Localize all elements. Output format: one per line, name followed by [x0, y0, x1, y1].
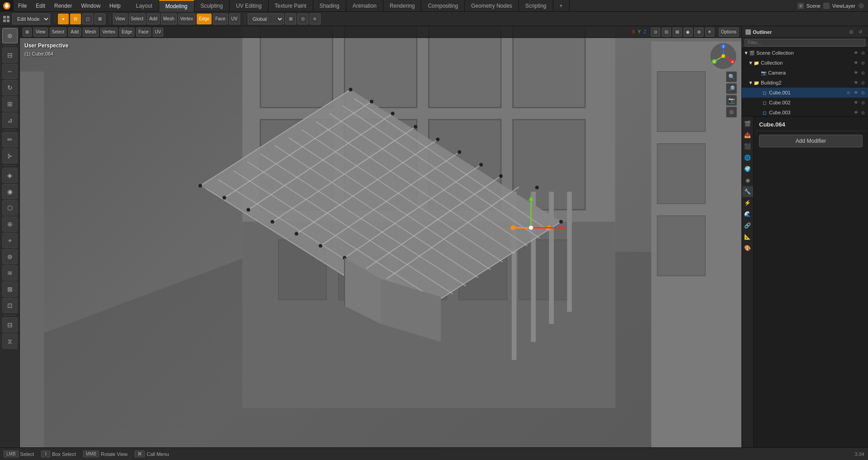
toggle-camera-btn[interactable]: 📷: [726, 95, 737, 106]
bevel-icon[interactable]: ⬡: [2, 200, 18, 216]
select-icon-5[interactable]: ◎: [860, 99, 866, 106]
viewport-add-btn[interactable]: Add: [68, 28, 81, 37]
toggle-local-btn[interactable]: ⊙: [726, 107, 737, 117]
status-call-menu[interactable]: ⌘ Call Menu: [135, 451, 169, 457]
view-menu-btn[interactable]: View: [113, 14, 127, 24]
edge-menu-btn[interactable]: Edge: [197, 14, 212, 24]
scene-props-icon[interactable]: 🌐: [742, 152, 753, 163]
extrude-icon[interactable]: ◈: [2, 168, 18, 183]
shading-solid-btn[interactable]: ◉: [684, 28, 693, 37]
tab-modeling[interactable]: Modeling: [159, 0, 194, 12]
viewport-select-btn[interactable]: Select: [50, 28, 67, 37]
zoom-out-btn[interactable]: 🔎: [726, 83, 737, 94]
options-btn2[interactable]: Options: [719, 28, 739, 37]
file-menu[interactable]: File: [14, 0, 31, 11]
outliner-search-input[interactable]: [745, 39, 865, 47]
tab-texture-paint[interactable]: Texture Paint: [269, 0, 313, 12]
data-props-icon[interactable]: 📐: [742, 231, 753, 242]
shading-render-btn[interactable]: ☀: [705, 28, 714, 37]
vertex-menu-btn[interactable]: Vertex: [178, 14, 195, 24]
visibility-icon-4[interactable]: 👁: [853, 89, 859, 96]
outliner-item-cube002[interactable]: ◻ Cube.002 👁 ◎: [742, 98, 868, 108]
tab-uv-editing[interactable]: UV Editing: [230, 0, 269, 12]
zoom-in-btn[interactable]: 🔍: [726, 71, 737, 82]
viewport-editor-type-btn[interactable]: ⊞: [23, 28, 32, 37]
transform-icon[interactable]: ⊿: [2, 113, 18, 128]
viewport-gizmo-btn[interactable]: ⊟: [662, 28, 671, 37]
select-icon-1[interactable]: ◎: [860, 60, 866, 66]
visibility-icon-1[interactable]: 👁: [853, 60, 859, 66]
edit-menu[interactable]: Edit: [31, 0, 50, 11]
cursor-tool-icon[interactable]: ⊕: [2, 28, 18, 43]
polybuild-icon[interactable]: ⌖: [2, 233, 18, 248]
transform-select[interactable]: Global: [248, 14, 284, 24]
viewport-edge-btn[interactable]: Edge: [119, 28, 134, 37]
help-menu[interactable]: Help: [105, 0, 125, 11]
viewport-canvas[interactable]: ⊞ View Select Add Mesh Vertex Edge Face …: [20, 26, 741, 447]
rip-icon[interactable]: ⧖: [2, 333, 18, 349]
edge-select-btn[interactable]: ⊟: [70, 14, 81, 24]
outliner-item-cube001[interactable]: ◻ Cube.001 ⊙ 👁 ◎: [742, 88, 868, 98]
material-props-icon[interactable]: 🎨: [742, 243, 753, 253]
select-icon-0[interactable]: ◎: [860, 50, 866, 56]
view-layer-props-icon[interactable]: ⬛: [742, 141, 753, 152]
output-props-icon[interactable]: 📤: [742, 130, 753, 141]
outliner-item-building2[interactable]: ▼ 📁 Building2 👁 ◎: [742, 78, 868, 88]
shrink-icon[interactable]: ⊡: [2, 298, 18, 313]
xray-toggle[interactable]: ⊠: [94, 14, 105, 24]
viewport-uv-btn[interactable]: UV: [153, 28, 164, 37]
loopcut-icon[interactable]: ⊕: [2, 216, 18, 232]
blender-logo[interactable]: [0, 0, 14, 12]
tab-layout[interactable]: Layout: [130, 0, 159, 12]
visibility-icon-6[interactable]: 👁: [853, 109, 859, 116]
viewport-view-btn[interactable]: View: [33, 28, 48, 37]
status-box-select[interactable]: ⇧ Box Select: [41, 451, 76, 457]
options-btn[interactable]: ≡: [310, 14, 321, 24]
outliner-item-scene-collection[interactable]: ▼ 🎬 Scene Collection 👁 ◎: [742, 48, 868, 58]
tab-rendering[interactable]: Rendering: [383, 0, 421, 12]
visibility-icon-5[interactable]: 👁: [853, 99, 859, 106]
viewport-mesh-btn[interactable]: Mesh: [83, 28, 98, 37]
modifier-props-icon active[interactable]: 🔧: [742, 186, 753, 197]
world-props-icon[interactable]: 🌍: [742, 164, 753, 174]
shading-wireframe-btn[interactable]: ⊠: [673, 28, 682, 37]
tab-geometry-nodes[interactable]: Geometry Nodes: [465, 0, 519, 12]
inset-icon[interactable]: ◉: [2, 184, 18, 199]
select-icon-2[interactable]: ◎: [860, 70, 866, 76]
outliner-item-cube003[interactable]: ◻ Cube.003 👁 ◎: [742, 108, 868, 117]
annotate-icon[interactable]: ✏: [2, 132, 18, 147]
visibility-icon-3[interactable]: 👁: [853, 80, 859, 86]
select-icon-3[interactable]: ◎: [860, 80, 866, 86]
render-menu[interactable]: Render: [50, 0, 76, 11]
add-menu-btn[interactable]: Add: [147, 14, 160, 24]
info-icon[interactable]: [858, 3, 864, 9]
proportional-btn[interactable]: ⊙: [297, 14, 308, 24]
particles-props-icon[interactable]: ⚡: [742, 197, 753, 208]
outliner-item-camera[interactable]: 📷 Camera 👁 ◎: [742, 68, 868, 78]
tab-animation[interactable]: Animation: [346, 0, 383, 12]
edit-mode-select[interactable]: Edit Mode: [12, 14, 50, 24]
modifier-icon-4[interactable]: ⊙: [845, 89, 852, 96]
add-modifier-button[interactable]: Add Modifier: [759, 135, 863, 147]
outliner-filter-icon[interactable]: ⊟: [847, 28, 855, 36]
outliner-sync-icon[interactable]: ↺: [856, 28, 864, 36]
rotate-icon[interactable]: ↻: [2, 80, 18, 95]
outliner-item-collection[interactable]: ▼ 📁 Collection 👁 ◎: [742, 58, 868, 68]
viewport-vertex-btn[interactable]: Vertex: [100, 28, 118, 37]
tab-shading[interactable]: Shading: [313, 0, 346, 12]
uv-menu-btn[interactable]: UV: [229, 14, 240, 24]
select-box-icon[interactable]: ⊟: [2, 47, 18, 63]
visibility-icon-2[interactable]: 👁: [853, 70, 859, 76]
face-select-btn[interactable]: ◻: [82, 14, 93, 24]
tab-add[interactable]: +: [553, 0, 570, 12]
vertex-select-btn[interactable]: ●: [58, 14, 69, 24]
window-menu[interactable]: Window: [76, 0, 105, 11]
spin-icon[interactable]: ⊛: [2, 249, 18, 264]
tab-sculpting[interactable]: Sculpting: [194, 0, 230, 12]
status-rotate-view[interactable]: MMB Rotate View: [83, 451, 127, 457]
shear-icon[interactable]: ⊟: [2, 317, 18, 333]
measure-icon[interactable]: ⊱: [2, 148, 18, 164]
render-props-icon[interactable]: 🎬: [742, 118, 753, 129]
status-select[interactable]: LMB Select: [4, 451, 34, 457]
object-props-icon[interactable]: ◉: [742, 175, 753, 186]
